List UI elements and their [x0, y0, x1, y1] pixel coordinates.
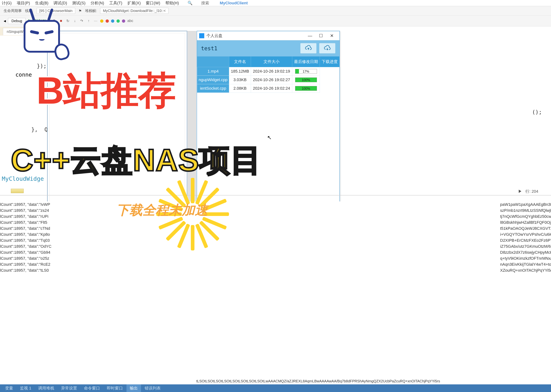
bottom-tab[interactable]: 监视 1 [17, 384, 35, 392]
bottom-tab[interactable]: 异常设置 [58, 384, 80, 392]
menu-item[interactable]: 窗口(W) [146, 0, 160, 6]
code-text: (); [532, 109, 542, 115]
scroll-indicator [11, 189, 24, 193]
step-over-icon[interactable]: ↷ [80, 19, 84, 23]
cell-filename: ientSocket.cpp [197, 84, 229, 93]
cell-size: 2.08KB [229, 84, 251, 93]
output-text-bottom: tLSOtLSOtLSOtLSOtLSOtLSOtLSOtLSOtLwAAACM… [196, 379, 551, 383]
cell-date: 2024-10-26 19:02:24 [251, 84, 292, 93]
download-button[interactable] [319, 43, 335, 54]
color-swatch-purple[interactable] [122, 19, 125, 23]
cell-filename: ngupWidget.cpp [197, 76, 229, 84]
col-filesize[interactable]: 文件大小 [251, 56, 292, 67]
app-title: MyCloudClient [220, 1, 248, 6]
step-out-icon[interactable]: ↑ [86, 19, 91, 23]
cell-size: 3.03KB [229, 76, 251, 84]
minimize-button[interactable]: — [304, 33, 315, 38]
bottom-tab[interactable]: 错误列表 [141, 384, 164, 392]
stackframe-combo[interactable]: MyCloudWidget::DownloadFile::_l10::< [100, 8, 168, 14]
cell-filename: 1.mp4 [197, 67, 229, 76]
cell-date: 2024-10-26 19:02:19 [251, 67, 292, 76]
cell-size: 185.12MB [229, 67, 251, 76]
color-swatch-blue[interactable] [111, 19, 114, 23]
bottom-tab[interactable]: 变量 [2, 384, 16, 392]
status-line: ▶ 行: 204 [518, 189, 538, 194]
menu-item[interactable]: 调试(D) [53, 0, 67, 6]
toolbar-icon[interactable]: ⋯ [93, 19, 98, 23]
col-checkbox[interactable] [197, 56, 229, 67]
cloud-titlebar[interactable]: 个人云盘 — ☐ ✕ [197, 31, 340, 40]
cell-progress: 100% [292, 76, 320, 84]
bottom-tab-strip: 变量监视 1调用堆栈异常设置命令窗口即时窗口输出错误列表 [0, 384, 551, 392]
cloud-toolbar: test1 [197, 40, 340, 56]
close-button[interactable]: ✕ [326, 33, 337, 38]
code-text: conne [15, 70, 32, 79]
cloud-app-title: 个人云盘 [206, 33, 304, 38]
table-row[interactable]: 1.mp4 185.12MB 2024-10-26 19:02:19 17% [197, 67, 340, 76]
col-progress[interactable]: 下载进度 [320, 56, 340, 67]
cloud-username: test1 [201, 45, 298, 52]
maximize-button[interactable]: ☐ [315, 33, 326, 38]
bottom-tab[interactable]: 即时窗口 [104, 384, 126, 392]
cell-progress: 100% [292, 84, 320, 93]
color-swatch-red[interactable] [106, 19, 109, 23]
bottom-tab[interactable]: 命令窗口 [81, 384, 103, 392]
code-text: }, Qt [18, 125, 51, 134]
stackframe-label: 堆栈帧: [85, 8, 97, 13]
cloud-app-icon [199, 33, 204, 38]
flag-icon[interactable]: ⚑ [79, 9, 82, 13]
cloud-upload-icon [305, 45, 312, 52]
toolbar-icon[interactable]: abc [127, 19, 132, 23]
menu-item[interactable]: 测试(S) [72, 0, 85, 6]
menu-item[interactable]: 项目(P) [17, 0, 30, 6]
bottom-tab[interactable]: 输出 [126, 384, 141, 392]
bilibili-mascot-icon [20, 7, 69, 62]
overlay-title-yellow: C++云盘NAS项目 [11, 140, 262, 181]
mouse-cursor-icon: ↖ [267, 134, 272, 141]
cloud-file-table: 文件名 文件大小 最后修改日期 下载进度 1.mp4 185.12MB 2024… [197, 56, 340, 93]
output-text-right: paW1paW1paXgAAAEgBn3FpEv8Aqp2N szP/mb1nz… [500, 202, 551, 384]
table-row[interactable]: ientSocket.cpp 2.08KB 2024-10-26 19:02:2… [197, 84, 340, 93]
menu-item[interactable]: 生成(B) [35, 0, 48, 6]
col-modified[interactable]: 最后修改日期 [292, 56, 320, 67]
vs-toolbar-main: ◀ Debug ▶ 继续(C) ▾ ⏸ ■ ↻ ↓ ↷ ↑ ⋯ abc [0, 16, 551, 27]
menu-item[interactable]: 扩展(X) [127, 0, 141, 6]
output-text-left: lCount":18957, "data":"IvWP lCount":1895… [0, 202, 45, 384]
overlay-title-red: B站推荐 [36, 65, 175, 117]
col-filename[interactable]: 文件名 [229, 56, 251, 67]
menu-item[interactable]: 工具(T) [109, 0, 122, 6]
back-icon[interactable]: ◀ [4, 19, 6, 23]
menu-item[interactable]: 帮助(H) [165, 0, 179, 6]
output-panel[interactable]: lCount":18957, "data":"IvWP lCount":1895… [0, 202, 551, 384]
table-row[interactable]: ngupWidget.cpp 3.03KB 2024-10-26 19:02:2… [197, 76, 340, 84]
panel-divider[interactable] [0, 195, 551, 196]
menu-item[interactable]: 分析(N) [90, 0, 104, 6]
upload-button[interactable] [300, 43, 317, 54]
bottom-tab[interactable]: 调用堆栈 [35, 384, 58, 392]
cloud-download-icon [324, 45, 331, 52]
vs-menu-bar: 计(G) 项目(P) 生成(B) 调试(D) 测试(S) 分析(N) 工具(T)… [0, 0, 551, 6]
cell-date: 2024-10-26 19:02:27 [251, 76, 292, 84]
vs-toolbar-debug: 生命周期事 线程: [95 ] CrBrowserMain ⚑ 堆栈帧: MyC… [0, 6, 551, 16]
color-swatch-green[interactable] [116, 19, 120, 23]
cell-progress: 17% [292, 67, 320, 76]
overlay-subtitle: 下载全程未加速 [116, 202, 208, 219]
menu-item[interactable]: 计(G) [2, 0, 12, 6]
search-placeholder[interactable]: 搜索 [201, 0, 209, 6]
step-into-icon[interactable]: ↓ [72, 19, 77, 23]
search-icon[interactable]: 🔍 [188, 1, 192, 6]
lifecycle-label: 生命周期事 [4, 8, 22, 13]
color-swatch-yellow[interactable] [100, 19, 103, 23]
